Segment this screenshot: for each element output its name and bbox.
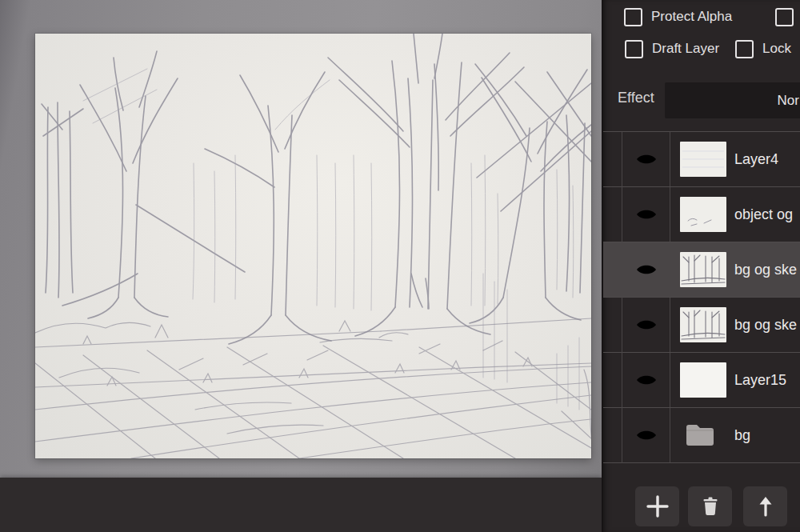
row-divider (670, 298, 670, 352)
clip-checkbox[interactable] (775, 8, 794, 26)
draft-layer-option[interactable]: Draft Layer (625, 41, 719, 57)
visibility-eye-icon[interactable] (635, 372, 658, 388)
lock-checkbox[interactable] (735, 40, 754, 58)
protect-alpha-option[interactable]: Protect Alpha (624, 9, 732, 25)
protect-alpha-label: Protect Alpha (651, 9, 732, 25)
layer-row-bg-folder[interactable]: bg (603, 408, 800, 463)
plus-icon (646, 494, 670, 518)
layer-name: bg og ske (734, 242, 800, 297)
clip-option[interactable]: Clip (775, 9, 800, 25)
layer-thumbnail (680, 252, 726, 287)
effect-label: Effect (618, 90, 654, 106)
layer-panel: Protect Alpha Clip Draft Layer Lock Effe… (602, 0, 800, 532)
visibility-eye-icon[interactable] (635, 427, 658, 443)
row-divider (670, 353, 670, 407)
main-toolbar: Save (0, 478, 602, 532)
drawing-canvas[interactable] (35, 34, 591, 458)
layer-thumbnail (680, 142, 726, 177)
protect-alpha-checkbox[interactable] (624, 8, 642, 26)
forest-sketch (35, 34, 591, 458)
visibility-eye-icon[interactable] (635, 151, 658, 167)
move-layer-up-button[interactable] (743, 486, 787, 526)
add-layer-button[interactable] (635, 486, 679, 526)
folder-icon (684, 421, 716, 448)
layer-thumbnail (680, 307, 726, 342)
row-divider (670, 187, 670, 242)
visibility-eye-icon[interactable] (635, 206, 658, 222)
paint-app-window: Save Protect Alpha Clip Draft Layer (0, 0, 800, 532)
row-divider (670, 242, 670, 297)
effect-value: Nor (778, 93, 799, 109)
layer-name: object og (734, 187, 800, 242)
layer-name: bg (734, 408, 800, 462)
layer-row-layer15[interactable]: Layer15 (603, 353, 800, 408)
layer-name: bg og ske (734, 298, 800, 352)
row-divider (670, 408, 670, 462)
layer-thumbnail (680, 362, 726, 398)
visibility-eye-icon[interactable] (635, 317, 658, 333)
lock-option[interactable]: Lock (735, 41, 791, 57)
layer-thumbnail (680, 197, 726, 232)
layer-name: Layer15 (734, 353, 800, 407)
layer-list: Layer4 object og bg og ske (603, 131, 800, 463)
effect-dropdown[interactable]: Nor (665, 82, 800, 118)
visibility-eye-icon[interactable] (635, 262, 658, 278)
layer-row-layer4[interactable]: Layer4 (603, 132, 800, 187)
canvas-workspace (0, 0, 602, 478)
trash-icon (698, 494, 722, 518)
layer-row-object-og[interactable]: object og (603, 187, 800, 242)
draft-layer-label: Draft Layer (652, 41, 719, 57)
layer-row-bg-og-ske-1[interactable]: bg og ske (603, 242, 800, 298)
lock-label: Lock (762, 41, 791, 57)
delete-layer-button[interactable] (688, 486, 732, 526)
draft-layer-checkbox[interactable] (625, 40, 643, 58)
layer-name: Layer4 (734, 132, 800, 186)
layer-row-bg-og-ske-2[interactable]: bg og ske (603, 298, 800, 353)
row-divider (670, 132, 670, 186)
arrow-up-icon (754, 494, 778, 518)
